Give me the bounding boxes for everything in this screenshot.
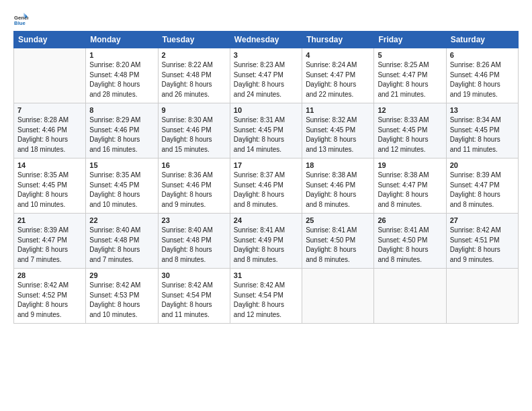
day-number: 8	[89, 106, 154, 114]
day-number: 10	[234, 106, 298, 114]
calendar-cell: 5Sunrise: 8:25 AMSunset: 4:47 PMDaylight…	[374, 48, 446, 103]
day-info: Sunrise: 8:29 AMSunset: 4:46 PMDaylight:…	[89, 116, 154, 154]
day-info: Sunrise: 8:38 AMSunset: 4:47 PMDaylight:…	[378, 171, 442, 210]
day-info: Sunrise: 8:35 AMSunset: 4:45 PMDaylight:…	[89, 171, 154, 210]
calendar-cell: 11Sunrise: 8:32 AMSunset: 4:45 PMDayligh…	[302, 103, 374, 158]
day-info: Sunrise: 8:42 AMSunset: 4:53 PMDaylight:…	[89, 281, 154, 320]
calendar-cell: 20Sunrise: 8:39 AMSunset: 4:47 PMDayligh…	[446, 158, 518, 214]
calendar-cell: 6Sunrise: 8:26 AMSunset: 4:46 PMDaylight…	[446, 48, 518, 103]
calendar-cell	[446, 269, 518, 324]
day-info: Sunrise: 8:25 AMSunset: 4:47 PMDaylight:…	[378, 60, 442, 99]
calendar-cell: 1Sunrise: 8:20 AMSunset: 4:48 PMDaylight…	[86, 48, 158, 103]
calendar-cell: 18Sunrise: 8:38 AMSunset: 4:46 PMDayligh…	[302, 158, 374, 214]
day-info: Sunrise: 8:42 AMSunset: 4:54 PMDaylight:…	[162, 281, 226, 320]
day-number: 13	[450, 106, 515, 114]
calendar-cell: 28Sunrise: 8:42 AMSunset: 4:52 PMDayligh…	[14, 269, 86, 324]
calendar-cell: 21Sunrise: 8:39 AMSunset: 4:47 PMDayligh…	[14, 214, 86, 269]
week-row-2: 14Sunrise: 8:35 AMSunset: 4:45 PMDayligh…	[14, 158, 519, 214]
header-tuesday: Tuesday	[158, 32, 230, 48]
page: General Blue SundayMondayTuesdayWednesda…	[0, 0, 532, 411]
day-number: 5	[378, 51, 442, 59]
header-monday: Monday	[86, 32, 158, 48]
calendar-cell: 9Sunrise: 8:30 AMSunset: 4:46 PMDaylight…	[158, 103, 230, 158]
calendar-cell: 25Sunrise: 8:41 AMSunset: 4:50 PMDayligh…	[302, 214, 374, 269]
calendar-cell: 29Sunrise: 8:42 AMSunset: 4:53 PMDayligh…	[86, 269, 158, 324]
calendar-cell: 3Sunrise: 8:23 AMSunset: 4:47 PMDaylight…	[230, 48, 302, 103]
day-info: Sunrise: 8:22 AMSunset: 4:48 PMDaylight:…	[162, 60, 226, 99]
day-info: Sunrise: 8:41 AMSunset: 4:49 PMDaylight:…	[234, 226, 298, 265]
day-number: 29	[89, 271, 154, 279]
calendar-cell	[14, 48, 86, 103]
day-number: 12	[378, 106, 442, 114]
week-row-4: 28Sunrise: 8:42 AMSunset: 4:52 PMDayligh…	[14, 269, 519, 324]
day-number: 21	[17, 216, 82, 224]
day-number: 22	[89, 216, 154, 224]
calendar-cell	[374, 269, 446, 324]
calendar-cell: 13Sunrise: 8:34 AMSunset: 4:45 PMDayligh…	[446, 103, 518, 158]
day-number: 9	[162, 106, 226, 114]
header-wednesday: Wednesday	[230, 32, 302, 48]
day-number: 3	[234, 51, 298, 59]
calendar-cell: 12Sunrise: 8:33 AMSunset: 4:45 PMDayligh…	[374, 103, 446, 158]
calendar-cell: 10Sunrise: 8:31 AMSunset: 4:45 PMDayligh…	[230, 103, 302, 158]
header: General Blue	[13, 12, 519, 27]
day-info: Sunrise: 8:34 AMSunset: 4:45 PMDaylight:…	[450, 116, 515, 154]
calendar-cell: 7Sunrise: 8:28 AMSunset: 4:46 PMDaylight…	[14, 103, 86, 158]
day-number: 20	[450, 161, 515, 169]
calendar-cell	[302, 269, 374, 324]
day-number: 11	[306, 106, 370, 114]
day-info: Sunrise: 8:39 AMSunset: 4:47 PMDaylight:…	[17, 226, 82, 265]
day-info: Sunrise: 8:42 AMSunset: 4:54 PMDaylight:…	[234, 281, 298, 320]
day-info: Sunrise: 8:42 AMSunset: 4:52 PMDaylight:…	[17, 281, 82, 320]
day-info: Sunrise: 8:24 AMSunset: 4:47 PMDaylight:…	[306, 60, 370, 99]
week-row-1: 7Sunrise: 8:28 AMSunset: 4:46 PMDaylight…	[14, 103, 519, 158]
day-number: 25	[306, 216, 370, 224]
day-info: Sunrise: 8:20 AMSunset: 4:48 PMDaylight:…	[89, 60, 154, 99]
logo-icon: General Blue	[13, 12, 28, 27]
header-saturday: Saturday	[446, 32, 518, 48]
calendar-cell: 26Sunrise: 8:41 AMSunset: 4:50 PMDayligh…	[374, 214, 446, 269]
day-number: 14	[17, 161, 82, 169]
calendar-cell: 31Sunrise: 8:42 AMSunset: 4:54 PMDayligh…	[230, 269, 302, 324]
calendar-table: SundayMondayTuesdayWednesdayThursdayFrid…	[13, 31, 519, 324]
day-number: 18	[306, 161, 370, 169]
day-info: Sunrise: 8:42 AMSunset: 4:51 PMDaylight:…	[450, 226, 515, 265]
day-info: Sunrise: 8:30 AMSunset: 4:46 PMDaylight:…	[162, 116, 226, 154]
calendar-cell: 15Sunrise: 8:35 AMSunset: 4:45 PMDayligh…	[86, 158, 158, 214]
calendar-cell: 27Sunrise: 8:42 AMSunset: 4:51 PMDayligh…	[446, 214, 518, 269]
calendar-cell: 24Sunrise: 8:41 AMSunset: 4:49 PMDayligh…	[230, 214, 302, 269]
calendar-cell: 4Sunrise: 8:24 AMSunset: 4:47 PMDaylight…	[302, 48, 374, 103]
day-info: Sunrise: 8:37 AMSunset: 4:46 PMDaylight:…	[234, 171, 298, 210]
day-info: Sunrise: 8:38 AMSunset: 4:46 PMDaylight:…	[306, 171, 370, 210]
calendar-cell: 2Sunrise: 8:22 AMSunset: 4:48 PMDaylight…	[158, 48, 230, 103]
day-info: Sunrise: 8:39 AMSunset: 4:47 PMDaylight:…	[450, 171, 515, 210]
day-info: Sunrise: 8:41 AMSunset: 4:50 PMDaylight:…	[378, 226, 442, 265]
day-number: 1	[89, 51, 154, 59]
day-number: 7	[17, 106, 82, 114]
day-number: 15	[89, 161, 154, 169]
day-info: Sunrise: 8:35 AMSunset: 4:45 PMDaylight:…	[17, 171, 82, 210]
day-number: 24	[234, 216, 298, 224]
day-number: 31	[234, 271, 298, 279]
day-number: 27	[450, 216, 515, 224]
day-number: 16	[162, 161, 226, 169]
day-number: 6	[450, 51, 515, 59]
day-number: 26	[378, 216, 442, 224]
day-info: Sunrise: 8:40 AMSunset: 4:48 PMDaylight:…	[162, 226, 226, 265]
logo: General Blue	[13, 12, 30, 27]
calendar-cell: 17Sunrise: 8:37 AMSunset: 4:46 PMDayligh…	[230, 158, 302, 214]
week-row-3: 21Sunrise: 8:39 AMSunset: 4:47 PMDayligh…	[14, 214, 519, 269]
calendar-header-row: SundayMondayTuesdayWednesdayThursdayFrid…	[14, 32, 519, 48]
day-number: 4	[306, 51, 370, 59]
header-friday: Friday	[374, 32, 446, 48]
day-info: Sunrise: 8:36 AMSunset: 4:46 PMDaylight:…	[162, 171, 226, 210]
calendar-cell: 23Sunrise: 8:40 AMSunset: 4:48 PMDayligh…	[158, 214, 230, 269]
day-number: 28	[17, 271, 82, 279]
day-info: Sunrise: 8:28 AMSunset: 4:46 PMDaylight:…	[17, 116, 82, 154]
day-info: Sunrise: 8:32 AMSunset: 4:45 PMDaylight:…	[306, 116, 370, 154]
calendar-cell: 22Sunrise: 8:40 AMSunset: 4:48 PMDayligh…	[86, 214, 158, 269]
day-number: 23	[162, 216, 226, 224]
day-info: Sunrise: 8:40 AMSunset: 4:48 PMDaylight:…	[89, 226, 154, 265]
svg-text:Blue: Blue	[14, 20, 26, 26]
header-sunday: Sunday	[14, 32, 86, 48]
